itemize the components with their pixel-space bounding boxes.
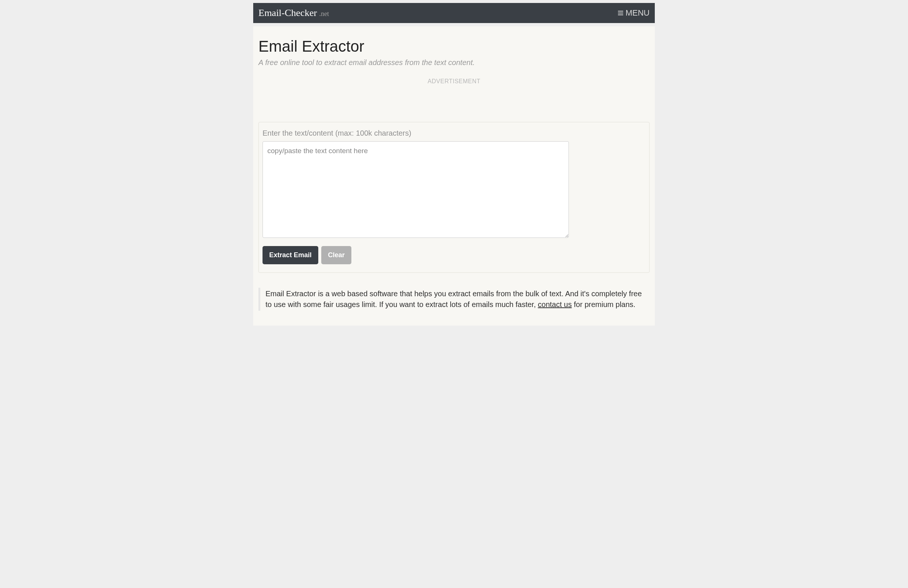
page-subtitle: A free online tool to extract email addr… xyxy=(258,58,650,67)
clear-button[interactable]: Clear xyxy=(321,246,351,264)
contact-us-link[interactable]: contact us xyxy=(538,300,572,308)
main-content: Email Extractor A free online tool to ex… xyxy=(253,26,655,326)
textarea-label: Enter the text/content (max: 100k charac… xyxy=(262,129,646,138)
page-title: Email Extractor xyxy=(258,37,650,55)
content-textarea[interactable] xyxy=(262,141,569,238)
menu-button[interactable]: MENU xyxy=(618,8,650,18)
menu-label: MENU xyxy=(625,8,650,18)
button-row: Extract Email Clear xyxy=(262,246,646,264)
extract-email-button[interactable]: Extract Email xyxy=(262,246,318,264)
site-logo[interactable]: Email-Checker .net xyxy=(258,7,329,19)
description-blockquote: Email Extractor is a web based software … xyxy=(258,288,650,311)
logo-suffix-text: .net xyxy=(319,10,329,18)
advertisement-label: ADVERTISEMENT xyxy=(258,78,650,85)
extractor-form: Enter the text/content (max: 100k charac… xyxy=(258,122,650,273)
header-bar: Email-Checker .net MENU xyxy=(253,3,655,23)
description-text-after: for premium plans. xyxy=(572,300,636,308)
logo-main-text: Email-Checker xyxy=(258,7,317,19)
hamburger-icon xyxy=(618,11,623,15)
page-container: Email-Checker .net MENU Email Extractor … xyxy=(253,3,655,326)
